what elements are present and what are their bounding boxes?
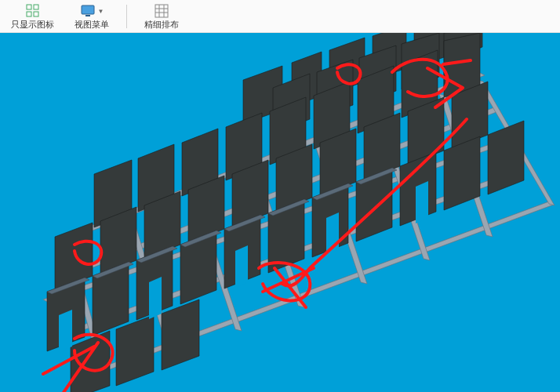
tool-label: 视图菜单 bbox=[75, 20, 109, 29]
model-3d: .wf { fill:#353a3a; stroke:#1a1d1d; stro… bbox=[0, 33, 560, 392]
walls bbox=[47, 33, 524, 392]
svg-marker-69 bbox=[149, 277, 162, 319]
tool-label: 只显示图标 bbox=[11, 20, 54, 29]
svg-marker-71 bbox=[326, 212, 339, 255]
svg-rect-2 bbox=[27, 12, 31, 16]
toolbar: 只显示图标 ▼ 视图菜单 精细排布 bbox=[0, 0, 560, 33]
svg-marker-67 bbox=[162, 299, 199, 370]
chevron-down-icon: ▼ bbox=[98, 8, 104, 15]
svg-rect-4 bbox=[82, 5, 94, 14]
viewport-3d[interactable]: .wf { fill:#353a3a; stroke:#1a1d1d; stro… bbox=[0, 33, 560, 392]
tool-show-icons-only[interactable]: 只显示图标 bbox=[8, 2, 57, 31]
tool-view-menu[interactable]: ▼ 视图菜单 bbox=[71, 2, 112, 31]
svg-marker-72 bbox=[416, 181, 428, 223]
tool-label: 精细排布 bbox=[144, 20, 179, 29]
grid-icons-icon bbox=[26, 4, 40, 18]
svg-marker-64 bbox=[488, 121, 524, 194]
svg-rect-1 bbox=[34, 5, 38, 9]
svg-rect-6 bbox=[155, 5, 168, 17]
svg-marker-70 bbox=[235, 245, 248, 288]
svg-marker-68 bbox=[59, 310, 72, 352]
svg-rect-5 bbox=[85, 15, 90, 16]
toolbar-separator bbox=[126, 5, 127, 28]
layout-icon bbox=[155, 4, 169, 18]
tool-fine-layout[interactable]: 精细排布 bbox=[141, 2, 182, 31]
svg-rect-3 bbox=[34, 12, 38, 16]
svg-rect-0 bbox=[27, 5, 31, 9]
svg-marker-66 bbox=[116, 315, 154, 386]
monitor-icon bbox=[80, 4, 96, 18]
